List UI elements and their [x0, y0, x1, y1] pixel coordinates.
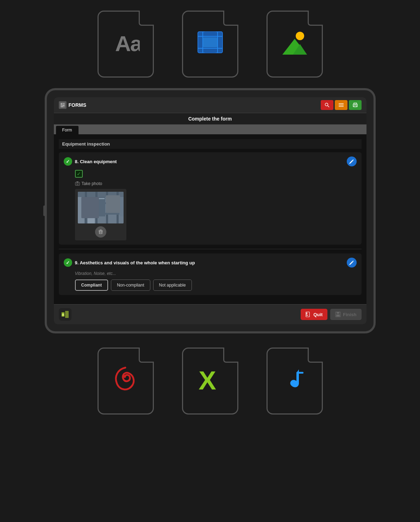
quit-icon: [306, 312, 311, 317]
photo-icon: [75, 181, 80, 186]
bottom-bar: Quit Finish: [54, 304, 366, 324]
item-9-check: ✓: [64, 258, 72, 267]
menu-icon: [339, 103, 344, 107]
svg-rect-32: [106, 192, 108, 223]
svg-rect-49: [62, 312, 64, 314]
svg-rect-30: [85, 192, 87, 223]
photo-label: Take photo: [75, 181, 357, 186]
trash-icon: [98, 229, 103, 234]
svg-rect-7: [205, 32, 216, 36]
form-title: Complete the form: [54, 113, 366, 124]
item-9-subtitle: Vibration, Noise, etc...: [75, 271, 357, 276]
finish-button[interactable]: Finish: [330, 309, 361, 320]
print-icon: [353, 103, 358, 108]
svg-rect-37: [88, 197, 95, 209]
header-bar: FORMS: [54, 97, 366, 113]
search-button[interactable]: [321, 100, 333, 110]
form-item-9-header: ✓ 9. Aesthetics and visuals of the whole…: [64, 258, 357, 268]
svg-rect-51: [62, 314, 64, 314]
photo-thumbnail-container: [75, 189, 126, 240]
svg-point-9: [296, 32, 304, 40]
svg-point-18: [325, 103, 328, 106]
svg-rect-14: [63, 103, 64, 104]
form-item-8: ✓ 8. Clean equipment ✓: [59, 152, 362, 245]
tab-bar: Form: [54, 124, 366, 134]
app-logo-icon: [61, 310, 69, 319]
form-item-9: ✓ 9. Aesthetics and visuals of the whole…: [59, 253, 362, 295]
item-8-photo-section: Take photo: [75, 181, 357, 240]
svg-rect-50: [65, 311, 69, 318]
svg-rect-42: [88, 198, 94, 199]
font-file-icon[interactable]: Aa: [98, 11, 154, 78]
svg-rect-25: [354, 105, 357, 107]
header-title: FORMS: [69, 102, 87, 108]
svg-rect-58: [337, 312, 339, 314]
svg-line-19: [327, 106, 329, 108]
svg-rect-43: [99, 198, 105, 199]
svg-rect-15: [63, 105, 64, 105]
svg-rect-8: [205, 49, 216, 53]
svg-rect-55: [306, 314, 307, 315]
header-logo: FORMS: [59, 101, 87, 109]
svg-rect-16: [61, 105, 64, 106]
compliant-button[interactable]: Compliant: [75, 280, 108, 291]
item-9-button-group: Compliant Non-compliant Not applicable: [75, 280, 357, 291]
svg-rect-4: [202, 32, 203, 53]
form-item-8-header: ✓ 8. Clean equipment: [64, 156, 357, 166]
svg-rect-3: [198, 48, 222, 49]
svg-rect-54: [306, 313, 307, 314]
excel-file-icon[interactable]: X: [182, 348, 238, 414]
save-icon: [335, 312, 341, 317]
svg-rect-56: [306, 315, 308, 316]
svg-rect-5: [217, 32, 218, 53]
svg-point-27: [76, 183, 78, 185]
audio-file-icon[interactable]: [267, 348, 323, 414]
image-file-icon[interactable]: [267, 11, 323, 78]
svg-point-60: [123, 375, 126, 378]
svg-rect-52: [62, 315, 64, 315]
svg-rect-41: [119, 197, 124, 216]
form-content: Equipment inspection ✓ 8. Clean equipmen…: [54, 134, 366, 304]
form-item-9-title: ✓ 9. Aesthetics and visuals of the whole…: [64, 258, 195, 267]
tablet-screen: FORMS: [54, 97, 366, 324]
not-applicable-button[interactable]: Not applicable: [153, 280, 192, 291]
search-icon: [325, 103, 330, 108]
delete-photo-button[interactable]: [95, 226, 106, 238]
menu-button[interactable]: [335, 100, 347, 110]
top-file-icons: Aa: [98, 0, 323, 85]
svg-rect-62: [296, 372, 303, 374]
delete-photo-area: [78, 226, 124, 238]
quit-button[interactable]: Quit: [301, 309, 327, 320]
section-header: Equipment inspection: [59, 139, 362, 149]
svg-rect-6: [203, 37, 217, 47]
bottom-actions: Quit Finish: [301, 309, 361, 320]
item-9-edit-button[interactable]: [347, 258, 357, 268]
svg-rect-40: [109, 197, 116, 213]
svg-text:X: X: [199, 366, 216, 394]
tab-form[interactable]: Form: [56, 126, 79, 134]
non-compliant-button[interactable]: Non-compliant: [111, 280, 150, 291]
pencil-icon-2: [349, 260, 354, 265]
item-8-check: ✓: [64, 157, 72, 166]
header-controls: [321, 100, 362, 110]
svg-text:Aa: Aa: [115, 31, 140, 56]
svg-rect-44: [99, 231, 102, 234]
pdf-file-icon[interactable]: [98, 348, 154, 414]
item-8-edit-button[interactable]: [347, 156, 357, 166]
svg-rect-13: [61, 103, 62, 105]
tablet-device: FORMS: [45, 88, 376, 333]
svg-rect-2: [198, 36, 222, 37]
print-button[interactable]: [349, 100, 362, 110]
svg-rect-38: [88, 211, 95, 223]
svg-rect-17: [61, 106, 63, 107]
video-file-icon[interactable]: [182, 11, 238, 78]
item-8-checkbox-container: ✓: [75, 170, 357, 178]
bottom-file-icons: X: [98, 337, 323, 425]
svg-rect-59: [336, 314, 340, 317]
svg-rect-39: [98, 197, 105, 216]
svg-rect-36: [78, 197, 84, 223]
app-logo: [59, 308, 71, 321]
forms-logo-icon: [59, 101, 67, 109]
form-item-8-title: ✓ 8. Clean equipment: [64, 157, 117, 166]
item-8-checkbox[interactable]: ✓: [75, 170, 83, 178]
